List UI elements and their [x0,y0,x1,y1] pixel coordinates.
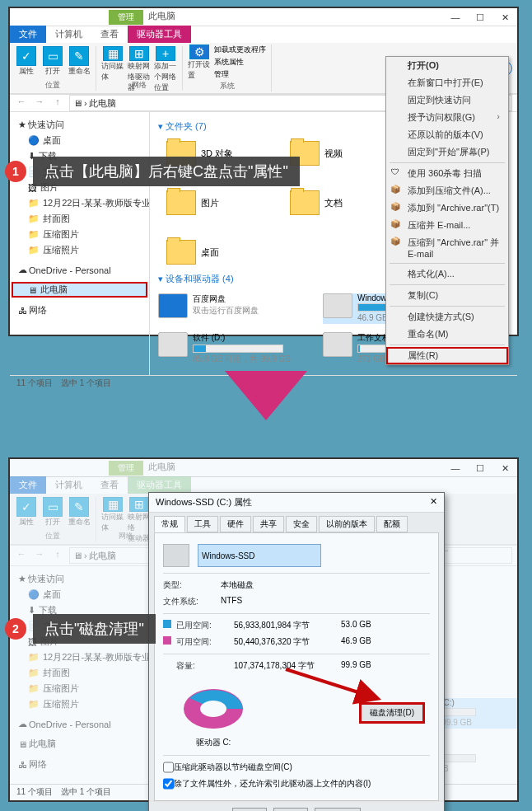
sidebar-network[interactable]: 🖧 网络 [12,302,147,318]
sidebar-onedrive[interactable]: ☁ OneDrive - Personal [12,263,147,277]
netdrive-icon [158,293,188,318]
tab-drivetools[interactable]: 驱动器工具 [128,26,191,43]
cm-scan[interactable]: 🛡使用 360杀毒 扫描 [386,165,508,182]
ribbon-properties[interactable]: ✓属性 [15,46,38,79]
sidebar-quick-access[interactable]: ★ 快速访问 [12,117,147,133]
ribbon-uninstall[interactable]: 卸载或更改程序 [214,45,266,55]
cm-archive2[interactable]: 📦添加到 "Archive.rar"(T) [386,199,508,217]
folder-desktop[interactable]: 桌面 [166,240,257,265]
nav-up-icon[interactable]: ↑ [51,96,64,110]
dtab-security[interactable]: 安全 [286,516,317,532]
svg-point-2 [200,701,226,717]
dtab-sharing[interactable]: 共享 [253,516,284,532]
ribbon-settings[interactable]: ⚙打开设置 [188,45,211,77]
folder-pictures[interactable]: 图片 [166,190,257,215]
drive-d[interactable]: 软件 (D:)85.8 GB 可用，共 99.9 GB [158,332,306,365]
ribbon-tabs: 文件 计算机 查看 驱动器工具 [10,26,517,43]
cm-archive3[interactable]: 📦压缩并 E-mail... [386,217,508,234]
cm-pin-start[interactable]: 固定到"开始"屏幕(P) [386,143,508,161]
path-box[interactable]: 🖥 › 此电脑 [69,95,392,111]
drive-baidu[interactable]: 百度网盘双击运行百度网盘 [158,293,306,324]
drive-icon [158,332,188,357]
maximize-button[interactable]: ☐ [468,459,492,477]
cm-archive1[interactable]: 📦添加到压缩文件(A)... [386,182,508,199]
cm-shortcut[interactable]: 创建快捷方式(S) [386,308,508,326]
cancel-button[interactable]: 取消 [273,808,308,811]
cm-open[interactable]: 打开(O) [386,57,508,74]
dtab-quota[interactable]: 配额 [376,516,408,532]
tab-file[interactable]: 文件 [10,476,46,494]
minimize-button[interactable]: — [443,459,468,477]
dtab-hardware[interactable]: 硬件 [220,516,251,532]
cm-copy[interactable]: 复制(C) [386,287,508,304]
sidebar-item-desktop[interactable]: 🔵 桌面 [12,133,147,148]
callout-1: 1 点击【此电脑】后右键C盘点击"属性" [5,157,300,186]
sidebar-item-folder2[interactable]: 📁 封面图 [12,211,147,227]
drive-icon [323,293,352,318]
ribbon-manage[interactable]: 管理 [214,69,266,80]
titlebar: — ☐ ✕ [10,459,517,477]
cm-rename[interactable]: 重命名(M) [386,326,508,343]
context-menu: 打开(O) 在新窗口中打开(E) 固定到快速访问 授予访问权限(G)› 还原以前… [385,56,509,365]
down-arrow-icon [225,371,307,420]
sidebar-item-folder3[interactable]: 📁 压缩图片 [12,227,147,242]
cm-format[interactable]: 格式化(A)... [386,265,508,283]
usage-pie-chart [168,677,259,735]
close-button[interactable]: ✕ [492,8,517,26]
tab-computer[interactable]: 计算机 [46,26,91,43]
drive-name-input[interactable] [198,544,321,567]
svg-line-3 [286,669,376,698]
shield-icon: 🛡 [390,167,401,179]
step-badge-1: 1 [5,161,26,182]
dtab-general[interactable]: 常规 [154,516,185,532]
ribbon-sysprops[interactable]: 系统属性 [214,57,266,68]
step-badge-2: 2 [5,618,26,640]
folder-videos[interactable]: 视频 [290,141,380,166]
index-checkbox[interactable] [163,778,174,790]
pc-icon: 🖥 [73,98,82,108]
cm-open-new[interactable]: 在新窗口中打开(E) [386,74,508,91]
maximize-button[interactable]: ☐ [468,8,492,26]
tab-file[interactable]: 文件 [10,26,46,43]
svg-marker-0 [225,371,307,420]
nav-fwd-icon[interactable]: → [33,96,46,110]
tab-view[interactable]: 查看 [91,476,128,494]
free-swatch [163,636,171,645]
tab-drivetools[interactable]: 驱动器工具 [128,476,191,494]
ribbon-group-system: 系统 [220,81,235,91]
drive-icon [323,332,352,357]
cm-grant[interactable]: 授予访问权限(G)› [386,109,508,126]
ribbon-group-network: 网络 [132,80,147,91]
callout-2: 2 点击"磁盘清理" [5,614,156,644]
cm-pin-quick[interactable]: 固定到快速访问 [386,91,508,109]
nav-back-icon[interactable]: ← [15,96,28,110]
ribbon-rename[interactable]: ✎重命名 [68,46,91,79]
cm-restore[interactable]: 还原以前的版本(V) [386,126,508,143]
tab-computer[interactable]: 计算机 [46,476,91,494]
dtab-prev[interactable]: 以前的版本 [319,516,375,532]
cm-properties[interactable]: 属性(R) [386,347,508,364]
ribbon-addnet[interactable]: +添加一个网络位置 [154,46,177,79]
dialog-close-button[interactable]: ✕ [430,496,437,509]
tab-view[interactable]: 查看 [91,26,128,43]
close-button[interactable]: ✕ [492,459,517,477]
used-swatch [163,620,171,628]
dtab-tools[interactable]: 工具 [187,516,218,532]
sidebar-this-pc[interactable]: 🖥 此电脑 [12,282,147,298]
ribbon-group-location: 位置 [45,80,60,91]
sidebar-item-folder1[interactable]: 📁 12月22日-某某-教师版专业一·连"十三级… [12,195,147,211]
title-app: 此电脑 [148,461,175,476]
folder-documents[interactable]: 文档 [290,190,380,215]
archive-icon: 📦 [390,202,401,213]
apply-button[interactable]: 应用(A) [315,808,360,811]
sidebar-item-folder4[interactable]: 📁 压缩照片 [12,242,147,258]
cm-archive4[interactable]: 📦压缩到 "Archive.rar" 并 E-mail [386,234,508,261]
ribbon-open[interactable]: ▭打开 [41,46,64,79]
ribbon-media[interactable]: ▦访问媒体 [101,46,124,79]
ribbon-mapdrive[interactable]: ⊞映射网络驱动器 [128,46,151,79]
minimize-button[interactable]: — [443,8,468,26]
dialog-title: Windows-SSD (C:) 属性 [156,496,252,509]
ok-button[interactable]: 确定 [232,808,267,811]
title-app: 此电脑 [148,10,175,25]
compress-checkbox[interactable] [163,762,174,773]
